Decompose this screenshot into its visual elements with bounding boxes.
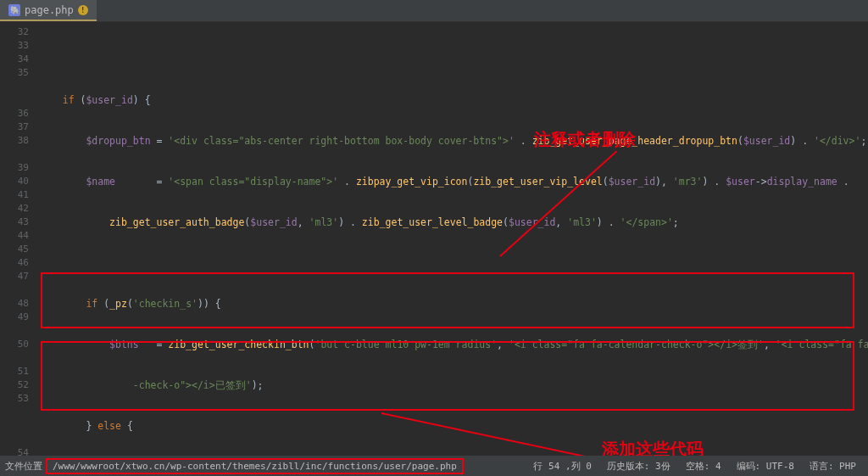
status-encoding[interactable]: 编码: UTF-8 bbox=[737, 460, 794, 473]
file-tab[interactable]: 🐘 page.php ! bbox=[0, 0, 97, 21]
file-path[interactable]: /www/wwwroot/xtwo.cn/wp-content/themes/z… bbox=[46, 458, 464, 474]
status-history[interactable]: 历史版本: 3份 bbox=[607, 460, 670, 473]
tab-filename: page.php bbox=[25, 4, 74, 16]
file-location-label: 文件位置 bbox=[5, 460, 42, 473]
line-number-gutter: 3233343536373839404142434445464748495051… bbox=[0, 22, 36, 455]
status-line-col[interactable]: 行 54 ,列 0 bbox=[533, 460, 591, 473]
warning-icon: ! bbox=[78, 5, 88, 15]
status-language[interactable]: 语言: PHP bbox=[810, 460, 856, 473]
code-editor[interactable]: 3233343536373839404142434445464748495051… bbox=[0, 22, 868, 455]
tab-bar: 🐘 page.php ! bbox=[0, 0, 868, 22]
status-spaces[interactable]: 空格: 4 bbox=[686, 460, 721, 473]
status-bar: 文件位置 /www/wwwroot/xtwo.cn/wp-content/the… bbox=[0, 456, 868, 476]
php-file-icon: 🐘 bbox=[8, 4, 20, 16]
code-area[interactable]: if ($user_id) { $dropup_btn = '<div clas… bbox=[36, 22, 868, 455]
